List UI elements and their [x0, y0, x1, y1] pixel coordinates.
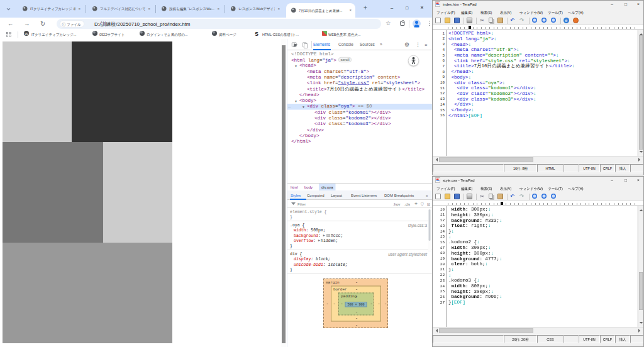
style-property[interactable]: width: 500px;: [294, 228, 326, 233]
element-state-icon[interactable]: ⛉: [421, 202, 424, 207]
apps-grid-icon[interactable]: [6, 32, 11, 37]
tab-close-icon[interactable]: ×: [277, 7, 280, 11]
expand-triangle-icon[interactable]: ▶: [318, 238, 320, 243]
devtools-menu-icon[interactable]: ⋮: [415, 41, 421, 48]
devtools-more-tabs[interactable]: »: [380, 42, 382, 47]
sidebar-tab-layout[interactable]: Layout: [331, 193, 342, 197]
bookmark-item[interactable]: HTML-CSSの基礎 |ト...: [262, 31, 299, 38]
dom-tree-row[interactable]: </html>: [287, 139, 432, 145]
color-swatch[interactable]: [326, 234, 330, 237]
menu-4[interactable]: ウィンドウ(W): [519, 11, 543, 16]
devtools-tab-sources[interactable]: Sources: [360, 42, 375, 47]
dom-tree-row[interactable]: </head>: [287, 92, 432, 98]
new-tab-button[interactable]: +: [364, 4, 367, 12]
menu-5[interactable]: ツール(T): [548, 187, 563, 192]
hscroll-thumb[interactable]: [439, 158, 533, 162]
profile-avatar[interactable]: [413, 19, 421, 28]
print-icon[interactable]: [467, 194, 472, 199]
tab-active[interactable]: 7月10日の講義まとめ兼練... ×: [286, 3, 355, 18]
undo-icon[interactable]: ↶: [510, 18, 516, 23]
filter-input[interactable]: Filter: [297, 202, 306, 206]
vscroll-thumb[interactable]: [639, 272, 643, 310]
sidebar-more-tabs[interactable]: »: [426, 193, 428, 197]
sidebar-tab-styles[interactable]: Styles: [291, 193, 301, 197]
address-url[interactable]: D:/訓練校/20250710_school_pro/index.htm: [94, 21, 191, 28]
computed-sidebar-icon[interactable]: ⊡: [427, 202, 430, 207]
menu-0[interactable]: ファイル(F): [436, 11, 455, 16]
devtools-close-icon[interactable]: ×: [425, 41, 428, 48]
tab-1[interactable]: ITクリエイティブカレッジ 未...×: [18, 0, 84, 18]
sidebar-tab-computed[interactable]: Computed: [307, 193, 325, 197]
scroll-down-arrow[interactable]: [640, 322, 643, 326]
window-close-button[interactable]: ×: [415, 0, 429, 15]
dom-tree-row[interactable]: ▼<body>: [287, 98, 432, 104]
terapad-close-button[interactable]: ×: [633, 1, 644, 8]
terapad-hscrollbar[interactable]: [433, 156, 643, 162]
devtools-tab-elements[interactable]: Elements: [313, 42, 330, 47]
menu-1[interactable]: 編集(E): [461, 11, 472, 16]
terapad-maximize-button[interactable]: □: [620, 1, 631, 8]
extensions-icon[interactable]: [400, 21, 405, 26]
menu-5[interactable]: ツール(T): [548, 11, 563, 16]
style-rule-selector[interactable]: element.style {: [290, 209, 327, 214]
toggle-cls[interactable]: .cls: [404, 202, 410, 207]
terapad-vscrollbar[interactable]: [638, 30, 643, 156]
file-chip[interactable]: ⓘファイル: [60, 21, 84, 28]
globe-icon[interactable]: [212, 31, 217, 36]
terapad-vscrollbar[interactable]: [638, 206, 643, 327]
styles-scrollbar[interactable]: [428, 208, 431, 252]
scroll-left-arrow[interactable]: [434, 329, 438, 333]
hscroll-thumb[interactable]: [439, 329, 533, 333]
expand-triangle-icon[interactable]: ▶: [323, 233, 325, 238]
rule-location[interactable]: user agent stylesheet: [388, 251, 427, 256]
sidebar-tab-dom-breakpoints[interactable]: DOM Breakpoints: [384, 193, 414, 197]
menu-6[interactable]: ヘルプ(H): [568, 187, 584, 192]
search-icon[interactable]: [532, 18, 537, 23]
save-icon[interactable]: [454, 194, 460, 199]
back-icon[interactable]: ←: [8, 20, 14, 28]
print-icon[interactable]: [467, 18, 472, 23]
forward-icon[interactable]: →: [24, 20, 30, 28]
style-rule-selector[interactable]: .oya {: [290, 223, 304, 228]
dom-tree-row[interactable]: <link href="style.css" rel="stylesheet">: [287, 80, 432, 86]
bookmark-item[interactable]: ログイン ‹ そよ風の頭の...: [147, 31, 188, 38]
toggle-hov[interactable]: :hov: [393, 202, 400, 207]
menu-2[interactable]: 検索(S): [480, 187, 492, 192]
terapad-text-area[interactable]: 10 width: 300px;↓11 height: 300px;↓12 ba…: [433, 206, 637, 327]
undo-icon[interactable]: ↶: [510, 194, 516, 199]
open-in-ie-icon[interactable]: e: [564, 18, 569, 23]
dom-tree-row[interactable]: </body>: [287, 133, 432, 139]
open-in-firefox-icon[interactable]: [573, 18, 579, 23]
search-next-icon[interactable]: [541, 194, 547, 199]
scroll-down-arrow[interactable]: [640, 151, 643, 155]
terapad-maximize-button[interactable]: □: [620, 177, 631, 184]
window-maximize-button[interactable]: □: [400, 0, 414, 15]
bookmark-star-icon[interactable]: ☆: [386, 19, 391, 27]
tab-close-icon[interactable]: ×: [349, 8, 352, 13]
tab-close-icon[interactable]: ×: [148, 7, 150, 11]
vscroll-thumb[interactable]: [639, 35, 643, 150]
dom-tree-row[interactable]: </div>: [287, 127, 432, 133]
s-logo-icon[interactable]: S: [255, 31, 260, 36]
rule-location[interactable]: style.css:3: [408, 223, 427, 228]
bookmark-item[interactable]: 0922サブサイト: [99, 31, 125, 38]
terapad-text-area[interactable]: 1<!DOCTYPE html>↓2<html lang="ja">↓3 <he…: [433, 30, 637, 156]
address-bar[interactable]: ⓘファイル D:/訓練校/20250710_school_pro/index.h…: [57, 19, 381, 29]
paste-icon[interactable]: [497, 18, 503, 23]
open-file-icon[interactable]: [445, 18, 450, 23]
globe-icon[interactable]: [92, 31, 97, 36]
tab-close-icon[interactable]: ×: [78, 7, 80, 11]
open-file-icon[interactable]: [445, 194, 450, 199]
globe-icon[interactable]: [140, 31, 145, 36]
new-file-icon[interactable]: [435, 194, 441, 199]
tab-search-chevron-icon[interactable]: [7, 7, 11, 11]
breadcrumb-html[interactable]: html: [291, 185, 297, 190]
wordpress-icon[interactable]: W: [24, 31, 29, 36]
dom-tree-row[interactable]: …▼<div class="oya"> == $0: [287, 104, 432, 109]
copy-icon[interactable]: [489, 18, 493, 23]
menu-3[interactable]: 表示(V): [500, 11, 511, 16]
accessibility-person-icon[interactable]: [408, 55, 419, 66]
dom-tree-row[interactable]: <div class="kodomo1"></div>: [287, 110, 432, 116]
devtools-settings-gear-icon[interactable]: ⚙: [404, 41, 409, 48]
bookmark-item[interactable]: 資料ページ: [219, 31, 236, 38]
